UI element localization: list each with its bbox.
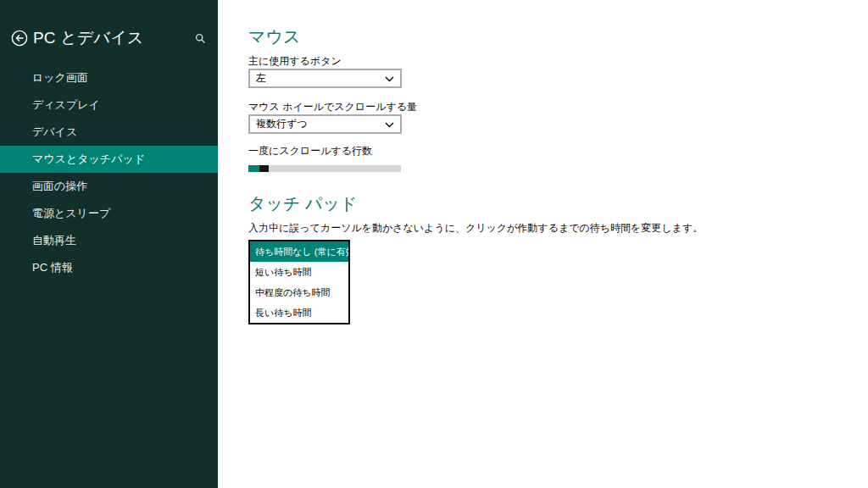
mouse-section-heading: マウス xyxy=(248,25,300,48)
scroll-lines-slider[interactable] xyxy=(248,165,401,172)
option-medium-delay[interactable]: 中程度の待ち時間 xyxy=(250,282,348,302)
primary-button-select[interactable]: 左 xyxy=(248,69,402,88)
search-icon xyxy=(195,33,206,44)
sidebar-item-power-sleep[interactable]: 電源とスリープ xyxy=(0,200,218,227)
search-button[interactable] xyxy=(192,30,208,46)
settings-panel: マウス 主に使用するボタン 左 マウス ホイールでスクロールする量 複数行ずつ … xyxy=(218,0,868,488)
primary-button-label: 主に使用するボタン xyxy=(248,54,342,69)
scroll-lines-label: 一度にスクロールする行数 xyxy=(248,144,372,158)
sidebar-item-pc-info[interactable]: PC 情報 xyxy=(0,254,218,281)
back-button[interactable] xyxy=(11,30,28,47)
option-short-delay[interactable]: 短い待ち時間 xyxy=(250,262,348,282)
back-icon xyxy=(11,30,28,47)
touchpad-description: 入力中に誤ってカーソルを動かさないように、クリックが作動するまでの待ち時間を変更… xyxy=(248,221,703,236)
sidebar-item-devices[interactable]: デバイス xyxy=(0,119,218,146)
page-title: PC とデバイス xyxy=(33,27,144,49)
sidebar-header: PC とデバイス xyxy=(11,29,208,47)
sidebar-nav: ロック画面 ディスプレイ デバイス マウスとタッチパッド 画面の操作 電源とスリ… xyxy=(0,64,218,281)
sidebar-item-lock-screen[interactable]: ロック画面 xyxy=(0,64,218,92)
sidebar-item-screen-operation[interactable]: 画面の操作 xyxy=(0,173,218,200)
touchpad-section-heading: タッチ パッド xyxy=(248,192,357,215)
wheel-scroll-value: 複数行ずつ xyxy=(256,117,308,131)
wheel-scroll-label: マウス ホイールでスクロールする量 xyxy=(248,100,417,114)
slider-thumb[interactable] xyxy=(259,165,269,172)
chevron-down-icon xyxy=(385,122,394,128)
option-long-delay[interactable]: 長い待ち時間 xyxy=(250,302,348,323)
sidebar: PC とデバイス ロック画面 ディスプレイ デバイス マウスとタッチパッド 画面… xyxy=(0,0,218,488)
wheel-scroll-select[interactable]: 複数行ずつ xyxy=(248,114,402,134)
primary-button-value: 左 xyxy=(256,71,266,86)
slider-fill xyxy=(248,165,259,172)
sidebar-item-autoplay[interactable]: 自動再生 xyxy=(0,227,218,254)
option-no-delay[interactable]: 待ち時間なし (常に有効) xyxy=(250,241,348,262)
sidebar-item-mouse-touchpad[interactable]: マウスとタッチパッド xyxy=(0,146,218,173)
touchpad-delay-listbox: 待ち時間なし (常に有効) 短い待ち時間 中程度の待ち時間 長い待ち時間 xyxy=(248,240,350,324)
chevron-down-icon xyxy=(385,76,394,82)
slider-track[interactable] xyxy=(269,165,401,172)
pc-settings-window: PC とデバイス ロック画面 ディスプレイ デバイス マウスとタッチパッド 画面… xyxy=(0,0,868,488)
sidebar-item-display[interactable]: ディスプレイ xyxy=(0,92,218,119)
